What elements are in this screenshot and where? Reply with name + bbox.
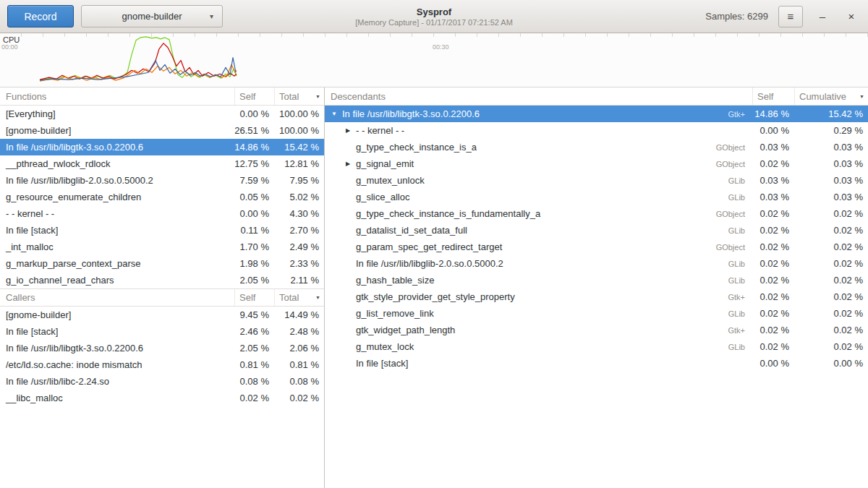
record-button[interactable]: Record [7,5,74,27]
descendants-cumulative-column-header[interactable]: Cumulative ▼ [794,87,868,105]
self-value: 0.11 % [234,225,274,236]
function-name: g_io_channel_read_chars [0,275,234,286]
cumulative-value: 0.02 % [794,325,868,335]
descendant-row[interactable]: g_list_remove_linkGLib0.02 %0.02 % [325,305,868,322]
descendant-name: - - kernel - - [354,125,752,136]
descendant-row[interactable]: In file [stack]0.00 %0.00 % [325,355,868,372]
descendant-row[interactable]: g_hash_table_sizeGLib0.02 %0.02 % [325,272,868,288]
descendant-name: In file [stack] [354,358,752,369]
menu-button[interactable]: ≡ [778,6,803,27]
functions-total-column-header[interactable]: Total ▼ [274,87,324,105]
caller-row[interactable]: In file /usr/lib/libgtk-3.so.0.2200.62.0… [0,340,324,356]
library-badge: Gtk+ [728,110,752,119]
collapse-arrow-icon[interactable]: ▼ [328,111,341,117]
descendant-row[interactable]: ▼In file /usr/lib/libgtk-3.so.0.2200.6Gt… [325,106,868,122]
close-button[interactable]: × [842,7,861,26]
function-row[interactable]: g_resource_enumerate_children0.05 %5.02 … [0,189,324,205]
total-value: 2.48 % [274,326,324,337]
target-dropdown[interactable]: gnome-builder ▾ [81,5,223,27]
descendant-row[interactable]: ▶g_signal_emitGObject0.02 %0.03 % [325,155,868,172]
caller-row[interactable]: In file /usr/lib/libc-2.24.so0.08 %0.08 … [0,373,324,390]
self-value: 0.08 % [234,376,274,387]
cumulative-value: 0.02 % [794,225,868,236]
total-value: 2.70 % [274,225,324,236]
title-box: Sysprof [Memory Capture] - 01/17/2017 07… [355,6,513,27]
cumulative-value: 15.42 % [794,108,868,119]
total-value: 100.00 % [274,125,324,136]
descendants-self-column-header[interactable]: Self [752,87,794,105]
descendant-row[interactable]: g_type_check_instance_is_fundamentally_a… [325,205,868,222]
descendant-row[interactable]: gtk_widget_path_lengthGtk+0.02 %0.02 % [325,322,868,338]
cpu-line-blue [40,58,236,81]
descendant-row[interactable]: g_type_check_instance_is_aGObject0.03 %0… [325,139,868,155]
descendant-row[interactable]: g_mutex_lockGLib0.02 %0.02 % [325,338,868,355]
function-row[interactable]: In file /usr/lib/libglib-2.0.so.0.5000.2… [0,172,324,189]
descendant-name: gtk_widget_path_length [354,325,728,335]
caller-row[interactable]: In file [stack]2.46 %2.48 % [0,323,324,340]
descendant-name: g_datalist_id_set_data_full [354,225,728,236]
descendant-row[interactable]: g_datalist_id_set_data_fullGLib0.02 %0.0… [325,222,868,239]
callers-self-column-header[interactable]: Self [234,289,274,306]
self-value: 0.00 % [752,358,794,369]
total-value: 14.49 % [274,309,324,320]
cpu-graph[interactable]: CPU 00:00 00:30 [0,33,868,87]
descendant-row[interactable]: g_mutex_unlockGLib0.03 %0.03 % [325,172,868,189]
self-value: 9.45 % [234,309,274,320]
minimize-button[interactable]: – [813,7,832,26]
descendant-row[interactable]: g_slice_allocGLib0.03 %0.03 % [325,189,868,205]
function-row[interactable]: In file /usr/lib/libgtk-3.so.0.2200.614.… [0,139,324,155]
descendant-row[interactable]: In file /usr/lib/libglib-2.0.so.0.5000.2… [325,255,868,272]
self-value: 0.02 % [752,258,794,269]
self-value: 0.02 % [752,308,794,319]
functions-self-column-header[interactable]: Self [234,87,274,105]
cpu-usage-chart [0,33,868,87]
callers-title[interactable]: Callers [0,289,234,306]
caller-row[interactable]: /etc/ld.so.cache: inode mismatch0.81 %0.… [0,356,324,373]
descendants-title[interactable]: Descendants [325,87,752,105]
total-value: 5.02 % [274,192,324,202]
descendant-row[interactable]: gtk_style_provider_get_style_propertyGtk… [325,288,868,305]
self-value: 0.00 % [752,125,794,136]
cumulative-value: 0.02 % [794,291,868,302]
function-row[interactable]: _int_malloc1.70 %2.49 % [0,239,324,255]
library-badge: GLib [728,343,752,351]
function-row[interactable]: In file [stack]0.11 %2.70 % [0,222,324,239]
library-badge: Gtk+ [728,293,752,301]
descendant-row[interactable]: ▶- - kernel - -0.00 %0.29 % [325,122,868,139]
function-row[interactable]: [gnome-builder]26.51 %100.00 % [0,122,324,139]
cumulative-value: 0.03 % [794,175,868,186]
cumulative-value: 0.03 % [794,192,868,202]
descendant-name: g_slice_alloc [354,192,728,202]
function-row[interactable]: g_markup_parse_context_parse1.98 %2.33 % [0,255,324,272]
caller-row[interactable]: [gnome-builder]9.45 %14.49 % [0,307,324,323]
self-value: 0.00 % [234,108,274,119]
self-value: 0.81 % [234,359,274,370]
descendant-name: g_signal_emit [354,158,716,169]
total-value: 4.30 % [274,208,324,219]
function-row[interactable]: g_io_channel_read_chars2.05 %2.11 % [0,272,324,288]
function-name: __pthread_rwlock_rdlock [0,158,234,169]
self-value: 14.86 % [234,142,274,153]
descendant-row[interactable]: g_param_spec_get_redirect_targetGObject0… [325,239,868,255]
expand-arrow-icon[interactable]: ▶ [341,127,354,134]
expand-arrow-icon[interactable]: ▶ [341,160,354,167]
function-row[interactable]: - - kernel - -0.00 %4.30 % [0,205,324,222]
descendant-name: In file /usr/lib/libglib-2.0.so.0.5000.2 [354,258,728,269]
sort-indicator-icon: ▼ [859,94,864,99]
library-badge: GObject [716,243,752,252]
cumulative-value: 0.02 % [794,241,868,252]
functions-title[interactable]: Functions [0,87,234,105]
callers-table: [gnome-builder]9.45 %14.49 %In file [sta… [0,307,324,406]
cumulative-value: 0.02 % [794,341,868,352]
descendant-name: g_mutex_unlock [354,175,728,186]
caller-row[interactable]: __libc_malloc0.02 %0.02 % [0,390,324,406]
total-value: 2.49 % [274,241,324,252]
callers-total-column-header[interactable]: Total ▼ [274,289,324,306]
callers-total-column-label: Total [279,292,299,303]
left-pane: Functions Self Total ▼ [Everything]0.00 … [0,87,325,488]
function-row[interactable]: [Everything]0.00 %100.00 % [0,106,324,122]
self-value: 2.05 % [234,343,274,354]
headerbar: Record gnome-builder ▾ Sysprof [Memory C… [0,0,868,33]
function-row[interactable]: __pthread_rwlock_rdlock12.75 %12.81 % [0,155,324,172]
minimize-icon: – [820,10,825,22]
